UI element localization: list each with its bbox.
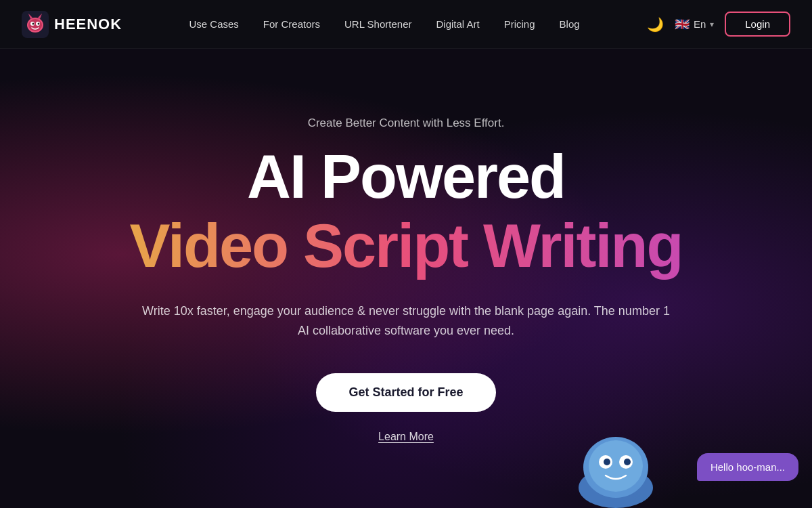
login-button[interactable]: Login bbox=[725, 12, 790, 37]
robot-character bbox=[555, 420, 677, 508]
logo-icon bbox=[22, 11, 49, 38]
chat-bubble: Hello hoo-man... bbox=[697, 453, 798, 481]
lang-code: En bbox=[694, 18, 706, 30]
hero-subtitle: Create Better Content with Less Effort. bbox=[308, 117, 505, 130]
dark-mode-toggle[interactable]: 🌙 bbox=[647, 16, 664, 33]
hero-title-white: AI Powered bbox=[247, 146, 565, 207]
navbar: HEENOK Use Cases For Creators URL Shorte… bbox=[0, 0, 812, 49]
flag-icon: 🇬🇧 bbox=[675, 17, 690, 32]
nav-link-blog[interactable]: Blog bbox=[560, 18, 580, 30]
logo-text: HEENOK bbox=[54, 16, 122, 33]
nav-right: 🌙 🇬🇧 En ▾ Login bbox=[647, 12, 790, 37]
logo-area: HEENOK bbox=[22, 11, 122, 38]
hero-section: Create Better Content with Less Effort. … bbox=[0, 49, 812, 443]
nav-link-digital-art[interactable]: Digital Art bbox=[436, 18, 480, 30]
svg-point-11 bbox=[589, 440, 643, 492]
svg-point-5 bbox=[32, 22, 35, 24]
svg-point-6 bbox=[38, 22, 40, 24]
language-selector[interactable]: 🇬🇧 En ▾ bbox=[675, 17, 714, 32]
learn-more-link[interactable]: Learn More bbox=[378, 431, 434, 443]
svg-point-14 bbox=[604, 459, 610, 465]
nav-link-url-shortener[interactable]: URL Shortener bbox=[344, 18, 412, 30]
nav-link-use-cases[interactable]: Use Cases bbox=[189, 18, 238, 30]
hero-title-gradient: Video Script Writing bbox=[130, 213, 683, 280]
nav-link-for-creators[interactable]: For Creators bbox=[263, 18, 320, 30]
get-started-button[interactable]: Get Started for Free bbox=[316, 373, 495, 412]
svg-point-15 bbox=[624, 459, 631, 465]
hero-description: Write 10x faster, engage your audience &… bbox=[142, 301, 670, 341]
nav-links: Use Cases For Creators URL Shortener Dig… bbox=[189, 18, 579, 30]
chevron-down-icon: ▾ bbox=[710, 20, 714, 29]
nav-link-pricing[interactable]: Pricing bbox=[504, 18, 535, 30]
